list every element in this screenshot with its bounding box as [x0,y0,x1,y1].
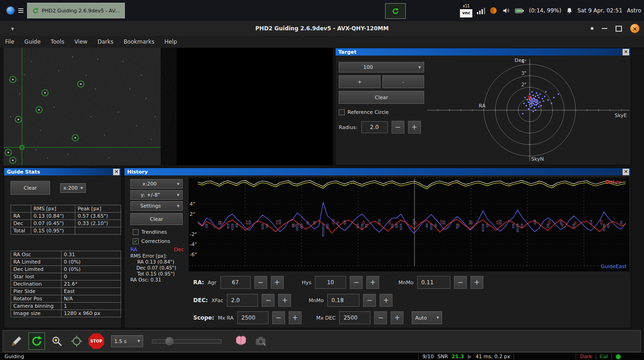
pulse-direction-icon [468,354,472,359]
guide-state-text: Guiding [5,354,24,360]
target-scatter-plot: 2"3"4" [336,56,631,165]
menu-help[interactable]: Help [159,39,182,45]
guide-stats-titlebar[interactable]: Guide Stats × [4,168,121,175]
agr-minus-button[interactable]: − [254,276,267,289]
close-icon[interactable]: × [622,169,629,175]
xfac-field[interactable]: 2.0 [227,294,258,307]
agr-plus-button[interactable]: + [271,276,284,289]
mxra-plus-button[interactable]: + [289,311,302,324]
menu-view[interactable]: View [69,39,92,45]
taskbar-window-label: PHD2 Guiding 2.6.9dev5 - AV... [42,8,120,14]
corrections-label: Corrections [141,238,170,244]
close-icon[interactable]: × [113,169,120,175]
mxdec-minus-button[interactable]: − [374,311,387,324]
hys-plus-button[interactable]: + [366,276,379,289]
history-clear-button[interactable]: Clear [130,213,183,225]
stop-button[interactable]: STOP [89,333,104,349]
hys-field[interactable]: 10 [315,276,346,289]
menu-file[interactable]: File [0,39,19,45]
close-button[interactable]: × [630,24,639,33]
window-pin-icon[interactable] [591,27,594,30]
network-signal-icon[interactable] [477,7,485,14]
advanced-settings-button[interactable] [233,333,249,349]
ra-mnmo-field[interactable]: 0.11 [417,276,450,289]
xfac-plus-button[interactable]: + [278,294,291,307]
history-xscale-select[interactable]: x:200 ▼ [130,179,183,189]
close-icon[interactable]: × [622,49,629,56]
snr-value: 21.3 [452,354,464,360]
taskbar-window-button[interactable]: PHD2 Guiding 2.6.9dev5 - AV... [27,3,125,18]
svg-text:-6": -6" [190,252,197,258]
x11vnc-tray-icon[interactable]: x11 vnc [460,4,472,17]
guide-stats-title: Guide Stats [7,169,40,175]
guide-target-icon [71,335,83,347]
orange-badge-icon[interactable] [490,7,497,14]
table-row: Star lost0 [11,273,121,281]
ra-controls-label: RA: [193,279,204,286]
camera-wrench-icon [254,335,267,348]
history-titlebar[interactable]: History × [124,168,631,175]
mxra-field[interactable]: 2500 [237,311,269,324]
guide-info-table: RA Osc0.31 RA Limited0 (0%) Dec Limited0… [11,251,121,317]
rms-error-title: RMS Error [px]: [130,253,167,259]
dec-legend[interactable]: Dec [174,247,184,253]
dec-mnmo-plus-button[interactable]: + [380,294,392,307]
history-title: History [127,169,148,175]
rms-tot-value: Tot 0.15 (0.95") [137,271,175,276]
menu-hamburger-icon[interactable] [18,8,23,13]
table-row: Declination21.6° [11,281,121,288]
history-panel: History × x:200 ▼ y: +/-8" ▼ Settings ▼ … [124,168,631,328]
connect-equipment-button[interactable] [9,333,24,349]
ra-mnmo-plus-button[interactable]: + [470,276,483,289]
notifications-bell-icon[interactable] [566,7,573,14]
volume-icon[interactable] [502,7,510,14]
user-label[interactable]: Astro [627,7,641,14]
ra-legend[interactable]: RA [130,247,137,253]
maximize-button[interactable] [616,26,622,32]
desktop: PHD2 Guiding 2.6.9dev5 - AV... x11 vnc [0,0,644,360]
app-launcher-icon[interactable] [6,6,15,15]
gamma-slider[interactable] [152,339,222,343]
menu-darks[interactable]: Darks [92,39,118,45]
target-panel-titlebar[interactable]: Target × [336,48,631,56]
mxdec-field[interactable]: 2500 [339,311,370,324]
xfac-minus-button[interactable]: − [262,294,274,307]
loop-icon [30,335,43,348]
menu-tools[interactable]: Tools [45,39,69,45]
hys-label: Hys [302,280,312,286]
agr-field[interactable]: 67 [220,276,251,289]
battery-icon[interactable] [515,8,524,14]
camera-settings-button[interactable] [253,333,269,349]
dec-mnmo-minus-button[interactable]: − [363,294,376,307]
stats-clear-button[interactable]: Clear [11,181,50,195]
rms-ra-value: RA 0.13 (0.84") [137,259,174,264]
history-yscale-select[interactable]: y: +/-8" ▼ [130,190,183,200]
clock-text[interactable]: Sat 9 Apr, 02:51 [577,7,622,14]
tray-phd2-icon[interactable] [385,3,406,19]
corrections-checkbox[interactable]: ✓ [133,238,139,244]
trendlines-checkbox[interactable] [133,229,139,235]
guide-stats-panel: Guide Stats × Clear x:200 ▼ RMS [px] Pea… [4,168,122,328]
ra-mnmo-minus-button[interactable]: − [454,276,467,289]
stats-scale-select[interactable]: x:200 ▼ [60,183,86,193]
dec-guide-mode-select[interactable]: Auto ▼ [412,311,442,324]
exposure-duration-select[interactable]: 1.5 s ▼ [111,335,143,347]
chevron-down-icon: ▼ [174,182,179,186]
phd2-logo-icon [32,7,39,14]
start-guiding-button[interactable] [69,333,84,349]
menu-bookmarks[interactable]: Bookmarks [118,39,159,45]
mxra-minus-button[interactable]: − [272,311,285,324]
menu-guide[interactable]: Guide [19,39,45,45]
table-row: RA 0.13 (0.84") 0.57 (3.65") [11,213,121,220]
svg-text:4": 4" [190,201,195,207]
dec-mnmo-field[interactable]: 0.18 [327,294,359,307]
history-settings-select[interactable]: Settings ▼ [130,201,183,211]
hys-minus-button[interactable]: − [350,276,363,289]
svg-text:3": 3" [521,71,526,76]
auto-select-star-button[interactable] [49,333,65,349]
mxdec-plus-button[interactable]: + [391,311,403,324]
loop-exposures-button[interactable] [28,332,45,350]
minimize-button[interactable] [602,28,607,29]
guide-camera-view[interactable] [4,48,333,165]
gamma-slider-thumb[interactable] [165,337,174,345]
